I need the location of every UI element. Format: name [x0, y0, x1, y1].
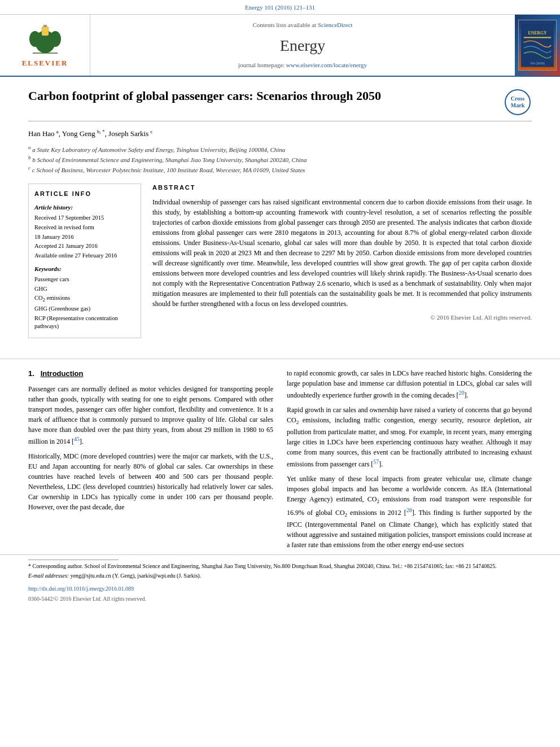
crossmark-logo[interactable]: Cross Mark	[504, 88, 532, 116]
sciencedirect-text: ScienceDirect	[318, 21, 353, 28]
paper-content: Carbon footprint of global passenger car…	[0, 77, 560, 350]
elsevier-logo: ELSEVIER	[0, 15, 90, 76]
revised-date: 18 January 2016	[34, 233, 135, 242]
keyword-4: GHG (Greenhouse gas)	[34, 305, 135, 313]
issn-line: 0360-5442/© 2016 Elsevier Ltd. All right…	[0, 594, 560, 608]
accepted-date: Accepted 21 January 2016	[34, 242, 135, 251]
doi-text: http://dx.doi.org/10.1016/j.energy.2016.…	[28, 586, 134, 592]
sciencedirect-line: Contents lists available at ScienceDirec…	[252, 21, 352, 29]
svg-text:Mark: Mark	[511, 102, 525, 108]
svg-text:Cross: Cross	[511, 95, 524, 102]
homepage-line: journal homepage: www.elsevier.com/locat…	[238, 61, 367, 69]
right-para-2: Rapid growth in car sales and ownership …	[287, 405, 532, 469]
article-info-abstract: ARTICLE INFO Article history: Received 1…	[28, 184, 532, 338]
keyword-3: CO2 emissions	[34, 294, 135, 304]
received-revised-label: Received in revised form	[34, 224, 135, 232]
svg-point-3	[50, 31, 61, 47]
affiliation-b: b b School of Environmental Science and …	[28, 154, 532, 164]
journal-cover: ENERGY 101 (2016)	[515, 15, 560, 76]
body-right-column: to rapid economic growth, car sales in L…	[287, 368, 532, 554]
abstract-section: ABSTRACT Individual ownership of passeng…	[152, 184, 532, 338]
section-number: 1.	[28, 369, 34, 378]
volume-issue-text: Energy 101 (2016) 121–131	[245, 4, 315, 11]
article-info-box: ARTICLE INFO Article history: Received 1…	[28, 184, 141, 338]
affiliation-c: c c School of Business, Worcester Polyte…	[28, 164, 532, 174]
authors-line: Han Hao a, Yong Geng b, *, Joseph Sarkis…	[28, 128, 532, 139]
intro-para-2: Historically, MDC (more developed countr…	[28, 451, 273, 512]
cover-svg: ENERGY 101 (2016)	[521, 23, 554, 68]
available-online: Available online 27 February 2016	[34, 252, 135, 260]
svg-point-2	[29, 31, 41, 47]
journal-name: Energy	[280, 34, 325, 56]
article-info-title: ARTICLE INFO	[34, 190, 135, 198]
doi-line[interactable]: http://dx.doi.org/10.1016/j.energy.2016.…	[0, 584, 560, 594]
svg-rect-9	[524, 37, 551, 38]
affiliation-a: a a State Key Laboratory of Automotive S…	[28, 144, 532, 154]
corresponding-author-note: * Corresponding author. School of Enviro…	[28, 562, 532, 570]
section-divider	[0, 359, 560, 359]
right-para-3: Yet unlike many of these local impacts f…	[287, 474, 532, 550]
elsevier-brand-text: ELSEVIER	[22, 58, 68, 68]
keyword-1: Passenger cars	[34, 276, 135, 284]
svg-text:101 (2016): 101 (2016)	[530, 62, 545, 65]
homepage-label: journal homepage:	[238, 62, 285, 68]
right-para-1: to rapid economic growth, car sales in L…	[287, 368, 532, 400]
contents-label: Contents lists available at	[252, 21, 316, 28]
body-left-column: 1. Introduction Passenger cars are norma…	[28, 368, 273, 554]
homepage-link[interactable]: www.elsevier.com/locate/energy	[286, 62, 367, 68]
homepage-url-text: www.elsevier.com/locate/energy	[286, 62, 367, 68]
abstract-text: Individual ownership of passenger cars h…	[152, 197, 532, 309]
keywords-label: Keywords:	[34, 265, 135, 273]
svg-rect-5	[43, 25, 47, 27]
keyword-2: GHG	[34, 285, 135, 294]
paper-title-section: Carbon footprint of global passenger car…	[28, 88, 532, 121]
svg-rect-4	[42, 27, 49, 36]
abstract-title: ABSTRACT	[152, 184, 532, 192]
journal-volume-issue: Energy 101 (2016) 121–131	[0, 0, 560, 15]
email-addresses-note: E-mail addresses: yeng@sjtu.edu.cn (Y. G…	[28, 572, 532, 580]
keywords-section: Keywords: Passenger cars GHG CO2 emissio…	[34, 265, 135, 331]
body-columns: 1. Introduction Passenger cars are norma…	[0, 368, 560, 554]
article-history-label: Article history:	[34, 203, 135, 212]
svg-text:ENERGY: ENERGY	[528, 30, 546, 36]
received-date: Received 17 September 2015	[34, 214, 135, 222]
footnote-section: * Corresponding author. School of Enviro…	[0, 554, 560, 584]
sciencedirect-link[interactable]: ScienceDirect	[318, 21, 353, 28]
keyword-5: RCP (Representative concentration pathwa…	[34, 314, 135, 331]
copyright-line: © 2016 Elsevier Ltd. All rights reserved…	[152, 313, 532, 322]
intro-section-title: 1. Introduction	[28, 368, 273, 379]
intro-para-1: Passenger cars are normally defined as m…	[28, 384, 273, 447]
issn-text: 0360-5442/© 2016 Elsevier Ltd. All right…	[28, 596, 146, 602]
journal-cover-image: ENERGY 101 (2016)	[518, 20, 557, 71]
journal-info-center: Contents lists available at ScienceDirec…	[90, 15, 515, 76]
journal-header: ELSEVIER Contents lists available at Sci…	[0, 15, 560, 77]
elsevier-tree-icon	[23, 22, 68, 56]
affiliations: a a State Key Laboratory of Automotive S…	[28, 144, 532, 174]
paper-title: Carbon footprint of global passenger car…	[28, 88, 492, 104]
section-name: Introduction	[41, 369, 84, 378]
